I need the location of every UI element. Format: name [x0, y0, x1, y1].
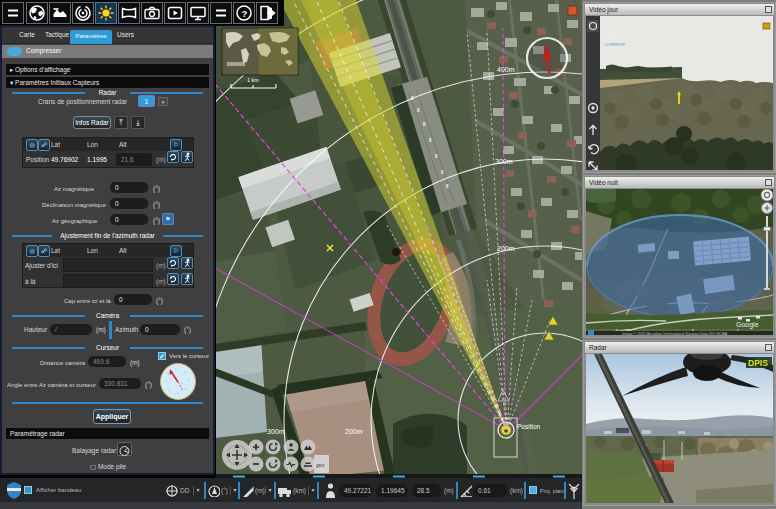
svg-text:1 km: 1 km — [247, 77, 259, 83]
svg-text:CONTROP: CONTROP — [605, 42, 625, 47]
svg-text:400m: 400m — [497, 66, 515, 73]
svg-text:Image © 2015 Aerodata Internat: Image © 2015 Aerodata International Surv… — [622, 332, 728, 335]
svg-text:Position: Position — [517, 423, 541, 430]
svg-text:200m: 200m — [345, 428, 363, 435]
svg-text:200m: 200m — [497, 245, 515, 252]
svg-text:?: ? — [241, 8, 247, 19]
svg-text:C: C — [608, 30, 615, 40]
svg-text:300m: 300m — [495, 158, 513, 165]
svg-text:DPIS: DPIS — [748, 358, 768, 368]
svg-text:Google: Google — [736, 321, 759, 329]
svg-text:300m: 300m — [267, 428, 285, 435]
svg-text:geo: geo — [316, 462, 325, 468]
